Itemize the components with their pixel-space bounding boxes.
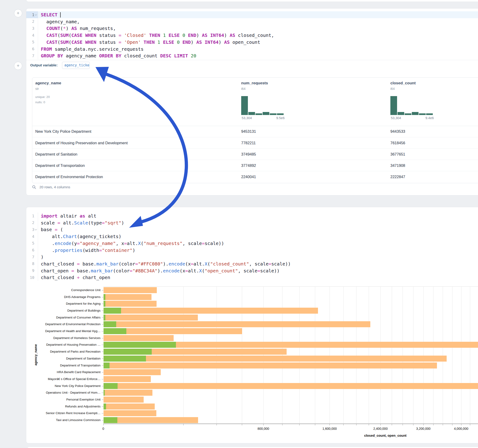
previous-cell-edge (26, 0, 478, 2)
table-row[interactable]: Department of Sanitation37494853677651 (32, 148, 478, 160)
y-axis-label: DHS Advantage Programs (26, 295, 101, 299)
x-axis-tick (299, 424, 300, 425)
token-kw: ELSE (169, 32, 180, 38)
token-pl: ( (141, 241, 144, 246)
table-cell: 3677651 (390, 149, 405, 160)
line-gutter: 7 (26, 254, 38, 260)
table-cell: Department of Sanitation (35, 149, 77, 160)
token-pl (188, 53, 191, 59)
open_count-bar (104, 356, 146, 361)
code-line[interactable]: 5 .encode(y="agency_name", x=alt.X("num_… (26, 240, 478, 247)
collapse-chevron-icon[interactable] (34, 14, 38, 16)
closed_count-bar (104, 301, 157, 307)
code-line[interactable]: 4 alt.Chart(agency_tickets) (26, 233, 478, 240)
y-axis-tick (102, 338, 103, 338)
code-line[interactable]: 10chart_closed + chart_open (26, 274, 478, 281)
token-kw: INT64 (205, 39, 219, 45)
y-axis-tick (102, 406, 103, 407)
x-axis-tick (103, 424, 104, 425)
token-kw: INT64 (210, 32, 224, 38)
line-gutter: 3 (26, 25, 38, 32)
token-op: + (77, 275, 80, 280)
column-name: num_requests (241, 81, 268, 86)
y-axis-label: Department of Consumer Affairs (26, 316, 101, 320)
column-header[interactable]: closed_counti6453,3049.4e6 (390, 78, 478, 126)
token-pl: ) (66, 25, 71, 31)
code-content: CAST(SUM(CASE WHEN status = 'Open' THEN … (38, 39, 478, 46)
token-kw: SELECT (41, 12, 57, 18)
token-pl: ( (57, 32, 60, 38)
token-pl: status (96, 32, 119, 38)
chevron-spacer (34, 270, 38, 272)
y-axis-tick (102, 290, 103, 290)
line-number: 2 (29, 19, 34, 24)
token-str: "#FFC080" (138, 261, 163, 267)
code-line[interactable]: 8chart_closed = base.mark_bar(color="#FF… (26, 260, 478, 267)
table-row[interactable]: Department of Housing Preservation and D… (32, 137, 478, 149)
result-table: agency_namestrunique: 20nulls: 0num_requ… (32, 77, 478, 183)
token-op: = (130, 268, 132, 274)
x-axis-tick (403, 424, 403, 425)
table-row[interactable]: Department of Transportation377489234719… (32, 160, 478, 171)
add-cell-button-middle[interactable]: + (14, 62, 22, 70)
token-str: "num_requests" (144, 241, 183, 246)
collapse-chevron-icon[interactable] (34, 228, 38, 231)
token-pl (185, 32, 188, 38)
table-cell: 7618456 (390, 137, 405, 149)
token-fn: mark_bar (96, 261, 119, 267)
token-op: = (191, 261, 194, 267)
code-line[interactable]: 6FROM sample_data.nyc.service_requests (26, 46, 478, 53)
token-num: 20 (191, 53, 196, 59)
y-axis-tick (102, 420, 103, 420)
open_count-bar (104, 349, 152, 355)
token-op: = (77, 241, 80, 246)
closed_count-bar (104, 417, 198, 423)
add-cell-button-top[interactable]: + (14, 9, 22, 17)
token-pl: ) (224, 32, 230, 38)
column-dtype: i64 (390, 87, 395, 91)
code-line[interactable]: 2 agency_name, (26, 18, 478, 25)
code-line[interactable]: 9chart_open = base.mark_bar(color="#8BC3… (26, 267, 478, 274)
token-str: "sqrt" (105, 220, 121, 226)
code-line[interactable]: 5 CAST(SUM(CASE WHEN status = 'Open' THE… (26, 39, 478, 46)
code-line[interactable]: 7GROUP BY agency_name ORDER BY closed_co… (26, 52, 478, 59)
token-pl: . (41, 241, 55, 246)
table-row[interactable]: Department of Environmental Protection22… (32, 171, 478, 182)
histogram-bar (241, 96, 248, 115)
column-histogram (390, 96, 433, 115)
y-axis-tick (102, 331, 103, 331)
token-pl: , x (116, 241, 124, 246)
table-cell: Department of Housing Preservation and D… (35, 137, 128, 149)
gridline (356, 287, 357, 423)
search-icon[interactable] (32, 185, 36, 189)
token-pl: (color (119, 261, 135, 267)
code-line[interactable]: 2scale = alt.Scale(type="sqrt") (26, 219, 478, 226)
code-line[interactable]: 1import altair as alt (26, 212, 478, 219)
table-row[interactable]: New York City Police Department945313194… (32, 126, 478, 137)
code-line[interactable]: 6 .properties(width="container") (26, 247, 478, 254)
token-op: = (102, 220, 105, 226)
column-header[interactable]: num_requestsi6453,3049.5e6 (241, 78, 329, 126)
gridline (433, 287, 434, 423)
token-pl: ( (69, 32, 71, 38)
column-header[interactable]: agency_namestrunique: 20nulls: 0 (35, 78, 123, 126)
token-pl: num_requests, (77, 25, 116, 31)
code-content: FROM sample_data.nyc.service_requests (38, 46, 478, 53)
token-kw: CAST (46, 39, 57, 45)
open_count-bar (104, 404, 106, 410)
histogram-bar (256, 113, 262, 115)
token-pl (166, 32, 169, 38)
histogram-bar (412, 112, 419, 115)
output-variable-chip[interactable]: agency_tickets (62, 62, 90, 69)
token-op: = (119, 32, 121, 38)
chevron-spacer (34, 215, 38, 217)
code-line[interactable]: 7) (26, 254, 478, 260)
code-line[interactable]: 4 CAST(SUM(CASE WHEN status = 'Closed' T… (26, 32, 478, 39)
token-pl: (y (71, 241, 77, 246)
token-pl: alt. (194, 261, 205, 267)
chevron-spacer (34, 34, 38, 36)
chevron-spacer (34, 263, 38, 265)
code-line[interactable]: 3 COUNT(*) AS num_requests, (26, 25, 478, 32)
code-line[interactable]: 1SELECT (26, 11, 478, 18)
code-line[interactable]: 3base = ( (26, 226, 478, 233)
